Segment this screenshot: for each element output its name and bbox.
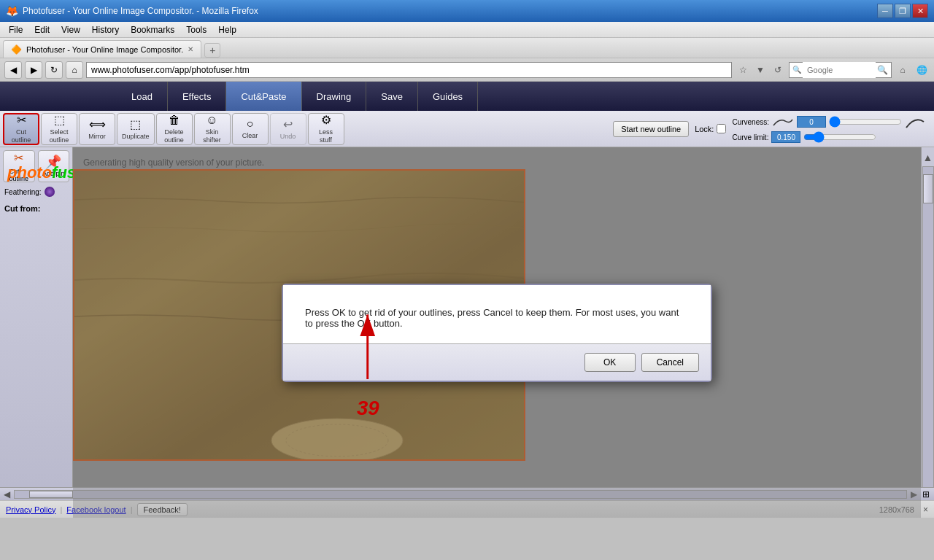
app-nav: Load Effects Cut&Paste Drawing Save Guid… [0, 82, 934, 111]
less-stuff-label: Lessstuff [319, 128, 333, 144]
scroll-thumb-horizontal[interactable] [29, 491, 73, 498]
nav-tab-save[interactable]: Save [366, 82, 418, 111]
scroll-left-arrow[interactable]: ◀ [1, 489, 12, 499]
browser-tab-main[interactable]: 🔶 Photofuser - Your Online Image Composi… [3, 40, 201, 58]
logo-photo: photo [7, 163, 52, 182]
menu-view[interactable]: View [55, 23, 86, 36]
scroll-up-arrow[interactable]: ▲ [922, 150, 934, 165]
delete-outline-icon: 🗑 [169, 114, 180, 127]
curve-limit-label: Curve limit: [732, 133, 768, 141]
reload-button[interactable]: ↻ [45, 61, 63, 79]
svg-text:39: 39 [357, 397, 379, 419]
nav-tab-guides[interactable]: Guides [418, 82, 478, 111]
skin-shifter-button[interactable]: ☺ Skinshifter [194, 113, 231, 145]
curve-shape-icon [772, 117, 794, 127]
content-area: ✂ Cutoutline 📌 Add pin Feathering: Cut f… [0, 147, 934, 518]
status-close-icon[interactable]: × [923, 505, 928, 515]
curve-limit-slider[interactable] [803, 131, 876, 143]
tab-bar: 🔶 Photofuser - Your Online Image Composi… [0, 38, 934, 58]
duplicate-icon: ⬚ [130, 117, 141, 131]
address-input[interactable] [86, 62, 732, 78]
menu-history[interactable]: History [86, 23, 125, 36]
curveness-label: Curveness: [732, 118, 769, 126]
menu-bar: File Edit View History Bookmarks Tools H… [0, 22, 934, 38]
nav-tab-drawing[interactable]: Drawing [302, 82, 367, 111]
new-tab-button[interactable]: + [204, 43, 220, 58]
minimize-button[interactable]: ─ [877, 4, 893, 18]
home-button[interactable]: ⌂ [66, 61, 83, 79]
undo-label: Undo [280, 133, 296, 141]
skin-shifter-label: Skinshifter [203, 128, 221, 144]
menu-edit[interactable]: Edit [28, 23, 55, 36]
close-button[interactable]: ✕ [912, 4, 928, 18]
mirror-icon: ⟺ [89, 117, 106, 131]
duplicate-button[interactable]: ⬚ Duplicate [117, 113, 155, 145]
tab-favicon: 🔶 [11, 44, 22, 55]
toolbar: ✂ Cutoutline ⬚ Selectoutline ⟺ Mirror ⬚ … [0, 111, 934, 147]
curveness-slider[interactable] [829, 116, 902, 128]
curve-limit-input[interactable] [771, 131, 800, 143]
menu-bookmarks[interactable]: Bookmarks [125, 23, 180, 36]
toolbar-right: Start new outline Lock: Curveness: [613, 114, 931, 143]
undo-icon: ↩ [283, 117, 293, 131]
scroll-thumb-vertical[interactable] [923, 174, 933, 203]
feathering-label: Feathering: [4, 188, 42, 196]
right-panel: ▲ ▼ [921, 147, 934, 518]
clear-icon: ○ [247, 117, 254, 131]
privacy-policy-link[interactable]: Privacy Policy [6, 505, 55, 514]
nav-tab-load[interactable]: Load [117, 82, 168, 111]
curve-end-icon [905, 114, 925, 129]
mirror-label: Mirror [88, 133, 106, 141]
clear-button[interactable]: ○ Clear [232, 113, 269, 145]
restore-button[interactable]: ❐ [895, 4, 911, 18]
select-outline-icon: ⬚ [54, 113, 65, 127]
search-go-icon[interactable]: 🔍 [877, 65, 888, 75]
modal-ok-button[interactable]: OK [584, 353, 636, 372]
cut-outline-label: Cutoutline [12, 128, 31, 144]
lock-label: Lock: [695, 125, 714, 133]
cut-outline-button[interactable]: ✂ Cutoutline [3, 113, 39, 145]
curveness-input[interactable] [797, 116, 826, 128]
select-outline-button[interactable]: ⬚ Selectoutline [41, 113, 77, 145]
titlebar-controls: ─ ❐ ✕ [877, 4, 928, 18]
bookmark-star-icon[interactable]: ☆ [735, 62, 751, 78]
home-icon[interactable]: ⌂ [895, 62, 911, 78]
clear-label: Clear [242, 132, 258, 140]
mirror-button[interactable]: ⟺ Mirror [79, 113, 115, 145]
sidebar-left: ✂ Cutoutline 📌 Add pin Feathering: Cut f… [0, 147, 73, 518]
less-stuff-button[interactable]: ⚙ Lessstuff [308, 113, 344, 145]
delete-outline-button[interactable]: 🗑 Deleteoutline [156, 113, 193, 145]
curveness-area: Curveness: Curve limit: [732, 114, 925, 143]
curveness-row: Curveness: [732, 114, 925, 129]
vertical-scrollbar[interactable] [922, 166, 934, 499]
modal-footer: OK Cancel [283, 343, 711, 381]
search-engine-icon: 🔍 [792, 66, 801, 74]
duplicate-label: Duplicate [122, 133, 150, 141]
menu-file[interactable]: File [3, 23, 28, 36]
search-container: 🔍 🔍 [789, 62, 892, 78]
tab-close-icon[interactable]: ✕ [188, 45, 193, 53]
delete-outline-label: Deleteoutline [164, 128, 184, 144]
reload-icon[interactable]: ↺ [770, 62, 786, 78]
sidebar-cut-icon: ✂ [14, 151, 23, 165]
menu-tools[interactable]: Tools [180, 23, 212, 36]
modal-cancel-button[interactable]: Cancel [641, 353, 699, 372]
address-bar: ◀ ▶ ↻ ⌂ ☆ ▼ ↺ 🔍 🔍 ⌂ 🌐 [0, 58, 934, 82]
menu-help[interactable]: Help [212, 23, 242, 36]
nav-tab-cutpaste[interactable]: Cut&Paste [226, 82, 301, 111]
undo-button[interactable]: ↩ Undo [270, 113, 306, 145]
address-icons: ☆ ▼ ↺ [735, 62, 786, 78]
corner-resize[interactable]: ⊞ [919, 489, 933, 499]
back-button[interactable]: ◀ [4, 61, 22, 79]
select-outline-label: Selectoutline [50, 128, 69, 144]
bookmark-arrow-icon[interactable]: ▼ [752, 62, 768, 78]
search-input[interactable] [803, 62, 876, 78]
lock-checkbox[interactable] [717, 124, 726, 133]
feathering-circle [45, 187, 55, 197]
curve-limit-row: Curve limit: [732, 131, 925, 143]
nav-tab-effects[interactable]: Effects [168, 82, 227, 111]
forward-button[interactable]: ▶ [25, 61, 42, 79]
modal-body: Press OK to get rid of your outlines, pr… [283, 285, 711, 343]
network-icon[interactable]: 🌐 [914, 62, 930, 78]
start-outline-button[interactable]: Start new outline [613, 121, 689, 137]
